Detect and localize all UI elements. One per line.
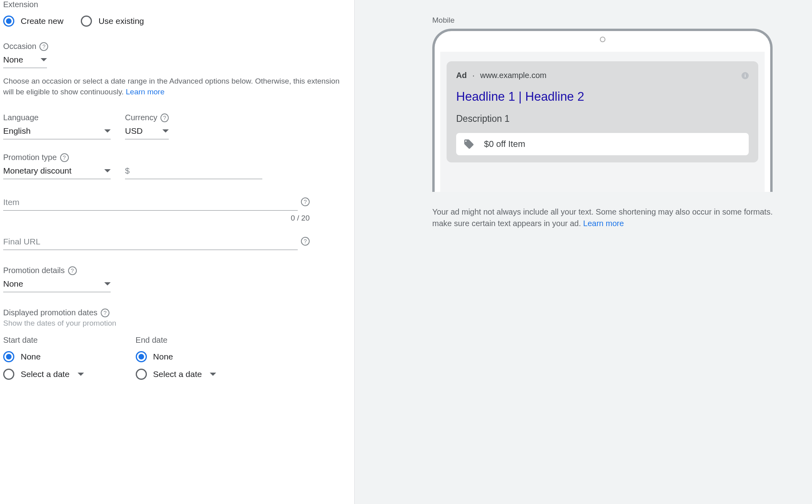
radio-icon [3, 16, 14, 27]
end-date-none-radio[interactable]: None [136, 351, 217, 362]
phone-frame: Ad · www.example.com i Headline 1 | Head… [432, 29, 773, 192]
caret-down-icon [162, 129, 169, 133]
amount-input[interactable] [125, 164, 262, 179]
item-input[interactable] [3, 195, 298, 211]
extension-section-label: Extension [3, 0, 351, 9]
currency-select[interactable]: USD [125, 124, 169, 139]
date-row: Start date None Select a date End date N… [3, 336, 351, 380]
tag-icon [463, 139, 474, 150]
displayed-dates-field: Displayed promotion dates Show the dates… [3, 308, 351, 328]
end-date-select-label: Select a date [153, 369, 217, 379]
preview-note: Your ad might not always include all you… [432, 206, 786, 229]
displayed-dates-label: Displayed promotion dates [3, 308, 351, 317]
promo-strip: $0 off Item [456, 133, 749, 155]
ad-preview-card: Ad · www.example.com i Headline 1 | Head… [447, 61, 758, 162]
start-date-group: Start date None Select a date [3, 336, 84, 380]
radio-icon [3, 351, 14, 362]
help-icon[interactable] [301, 237, 310, 246]
lang-currency-row: Language English Currency USD [3, 113, 351, 139]
caret-down-icon [104, 282, 111, 285]
displayed-dates-sub: Show the dates of your promotion [3, 319, 351, 328]
ad-url: www.example.com [480, 71, 547, 80]
help-icon[interactable] [39, 42, 48, 51]
ad-meta-row: Ad · www.example.com i [456, 71, 749, 80]
radio-icon [136, 369, 147, 380]
start-date-none-label: None [21, 352, 41, 361]
learn-more-link[interactable]: Learn more [583, 219, 624, 228]
start-date-select-radio[interactable]: Select a date [3, 369, 84, 380]
help-icon[interactable] [160, 113, 169, 122]
caret-down-icon [78, 373, 84, 376]
start-date-none-radio[interactable]: None [3, 351, 84, 362]
radio-icon [136, 351, 147, 362]
phone-camera-icon [600, 37, 605, 42]
promotion-details-label: Promotion details [3, 266, 351, 275]
currency-field: Currency USD [125, 113, 169, 139]
info-icon: i [742, 72, 749, 79]
help-icon[interactable] [301, 197, 310, 206]
create-new-label: Create new [21, 16, 63, 26]
promotion-type-select[interactable]: Monetary discount [3, 164, 111, 179]
caret-down-icon [41, 58, 47, 61]
language-select[interactable]: English [3, 124, 111, 139]
occasion-helper: Choose an occasion or select a date rang… [3, 76, 351, 97]
final-url-input[interactable] [3, 234, 298, 250]
radio-icon [81, 16, 92, 27]
language-label: Language [3, 113, 111, 122]
item-field: 0 / 20 [3, 195, 351, 223]
create-new-radio[interactable]: Create new [3, 16, 63, 27]
promotion-type-label: Promotion type [3, 153, 111, 162]
help-icon[interactable] [101, 309, 109, 317]
occasion-field: Occasion None Choose an occasion or sele… [3, 42, 351, 97]
promotion-amount-field [125, 164, 262, 179]
end-date-none-label: None [153, 352, 173, 361]
promotion-details-field: Promotion details None [3, 266, 351, 292]
help-icon[interactable] [60, 153, 69, 162]
end-date-label: End date [136, 336, 217, 345]
phone-screen: Ad · www.example.com i Headline 1 | Head… [440, 52, 765, 192]
promo-text: $0 off Item [484, 139, 525, 149]
form-panel: Extension Create new Use existing Occasi… [0, 0, 354, 504]
ad-headline: Headline 1 | Headline 2 [456, 90, 749, 104]
caret-down-icon [104, 169, 111, 172]
ad-description: Description 1 [456, 113, 749, 124]
language-field: Language English [3, 113, 111, 139]
end-date-group: End date None Select a date [136, 336, 217, 380]
dot-separator: · [472, 71, 475, 80]
currency-label: Currency [125, 113, 169, 122]
start-date-label: Start date [3, 336, 84, 345]
promotion-details-select[interactable]: None [3, 277, 111, 292]
occasion-label: Occasion [3, 42, 351, 51]
occasion-select[interactable]: None [3, 53, 47, 68]
promotion-type-field: Promotion type Monetary discount [3, 153, 111, 179]
start-date-select-label: Select a date [21, 369, 84, 379]
ad-badge: Ad [456, 71, 467, 80]
radio-icon [3, 369, 14, 380]
preview-panel: Mobile Ad · www.example.com i Headline 1… [354, 0, 812, 504]
caret-down-icon [104, 129, 111, 133]
caret-down-icon [210, 373, 216, 376]
learn-more-link[interactable]: Learn more [126, 88, 164, 96]
end-date-select-radio[interactable]: Select a date [136, 369, 217, 380]
item-char-counter: 0 / 20 [3, 214, 310, 223]
use-existing-label: Use existing [98, 16, 144, 26]
use-existing-radio[interactable]: Use existing [81, 16, 144, 27]
help-icon[interactable] [68, 266, 77, 275]
final-url-field [3, 234, 351, 250]
extension-mode-radio-group: Create new Use existing [3, 16, 351, 27]
promotion-type-row: Promotion type Monetary discount [3, 153, 351, 179]
preview-label: Mobile [432, 16, 786, 25]
